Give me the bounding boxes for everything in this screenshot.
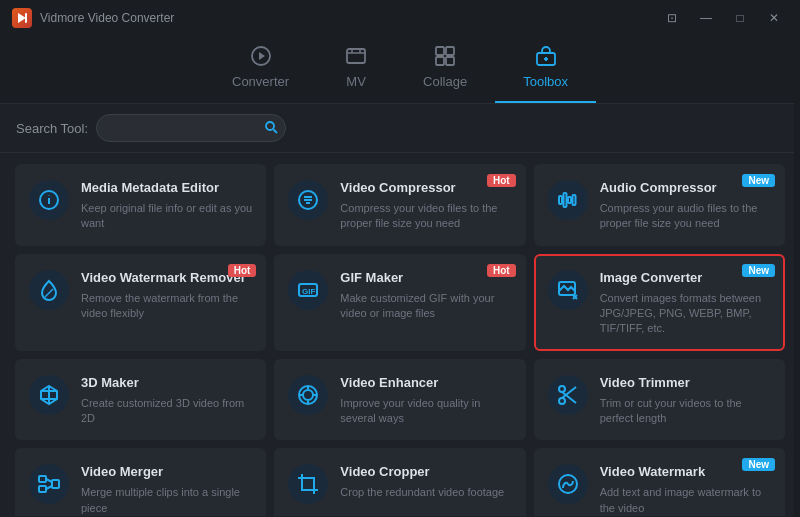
svg-point-16 xyxy=(49,195,50,196)
tools-grid: Media Metadata Editor Keep original file… xyxy=(0,153,800,516)
search-bar: Search Tool: xyxy=(0,104,800,153)
icon-wrap-video-compressor xyxy=(288,180,328,220)
tool-desc-audio-compressor: Compress your audio files to the proper … xyxy=(600,201,771,232)
close-button[interactable]: ✕ xyxy=(760,8,788,28)
tool-card-audio-compressor[interactable]: Audio Compressor Compress your audio fil… xyxy=(534,164,785,246)
svg-marker-0 xyxy=(18,13,26,23)
tool-desc-video-watermark-remover: Remove the watermark from the video flex… xyxy=(81,291,252,322)
icon-wrap-video-watermark-remover xyxy=(29,270,69,310)
svg-rect-21 xyxy=(559,196,562,204)
tool-info-video-compressor: Video Compressor Compress your video fil… xyxy=(340,180,511,232)
tool-card-gif-maker[interactable]: GIF GIF Maker Make customized GIF with y… xyxy=(274,254,525,351)
icon-wrap-audio-compressor xyxy=(548,180,588,220)
tab-mv[interactable]: MV xyxy=(317,37,395,103)
app-title: Vidmore Video Converter xyxy=(40,11,174,25)
tool-desc-image-converter: Convert images formats between JPG/JPEG,… xyxy=(600,291,771,337)
tool-name-video-compressor: Video Compressor xyxy=(340,180,511,197)
tool-desc-gif-maker: Make customized GIF with your video or i… xyxy=(340,291,511,322)
tool-info-video-merger: Video Merger Merge multiple clips into a… xyxy=(81,464,252,516)
icon-wrap-gif-maker: GIF xyxy=(288,270,328,310)
app-icon xyxy=(12,8,32,28)
svg-rect-8 xyxy=(446,57,454,65)
badge-video-watermark: New xyxy=(742,458,775,471)
tab-collage-label: Collage xyxy=(423,74,467,89)
tool-card-video-watermark[interactable]: Video Watermark Add text and image water… xyxy=(534,448,785,516)
search-input[interactable] xyxy=(96,114,286,142)
icon-wrap-video-watermark xyxy=(548,464,588,504)
tool-name-video-trimmer: Video Trimmer xyxy=(600,375,771,392)
svg-point-40 xyxy=(559,398,565,404)
svg-rect-4 xyxy=(347,49,365,63)
icon-wrap-image-converter xyxy=(548,270,588,310)
tool-desc-video-compressor: Compress your video files to the proper … xyxy=(340,201,511,232)
tool-name-media-metadata-editor: Media Metadata Editor xyxy=(81,180,252,197)
icon-wrap-video-trimmer xyxy=(548,375,588,415)
tool-card-media-metadata-editor[interactable]: Media Metadata Editor Keep original file… xyxy=(15,164,266,246)
icon-wrap-video-merger xyxy=(29,464,69,504)
tool-info-video-watermark-remover: Video Watermark Remover Remove the water… xyxy=(81,270,252,322)
icon-wrap-media-metadata-editor xyxy=(29,180,69,220)
tab-converter[interactable]: Converter xyxy=(204,37,317,103)
tool-card-image-converter[interactable]: Image Converter Convert images formats b… xyxy=(534,254,785,351)
badge-audio-compressor: New xyxy=(742,174,775,187)
badge-video-compressor: Hot xyxy=(487,174,516,187)
tool-desc-video-trimmer: Trim or cut your videos to the perfect l… xyxy=(600,396,771,427)
tool-desc-video-cropper: Crop the redundant video footage xyxy=(340,485,511,500)
tool-card-video-cropper[interactable]: Video Cropper Crop the redundant video f… xyxy=(274,448,525,516)
svg-rect-7 xyxy=(436,57,444,65)
tab-converter-label: Converter xyxy=(232,74,289,89)
tool-info-video-enhancer: Video Enhancer Improve your video qualit… xyxy=(340,375,511,427)
converter-icon xyxy=(250,45,272,70)
tool-desc-video-enhancer: Improve your video quality in several wa… xyxy=(340,396,511,427)
minimize-button[interactable]: — xyxy=(692,8,720,28)
tab-toolbox-label: Toolbox xyxy=(523,74,568,89)
svg-rect-6 xyxy=(446,47,454,55)
tool-card-video-merger[interactable]: Video Merger Merge multiple clips into a… xyxy=(15,448,266,516)
svg-rect-5 xyxy=(436,47,444,55)
tool-desc-video-merger: Merge multiple clips into a single piece xyxy=(81,485,252,516)
svg-rect-46 xyxy=(52,480,59,488)
svg-marker-3 xyxy=(259,52,265,60)
tab-mv-label: MV xyxy=(346,74,366,89)
tool-info-media-metadata-editor: Media Metadata Editor Keep original file… xyxy=(81,180,252,232)
collage-icon xyxy=(434,45,456,70)
tool-card-video-compressor[interactable]: Video Compressor Compress your video fil… xyxy=(274,164,525,246)
svg-rect-24 xyxy=(572,195,575,205)
badge-image-converter: New xyxy=(742,264,775,277)
badge-video-watermark-remover: Hot xyxy=(228,264,257,277)
tool-card-video-watermark-remover[interactable]: Video Watermark Remover Remove the water… xyxy=(15,254,266,351)
search-input-wrap xyxy=(96,114,286,142)
maximize-button[interactable]: □ xyxy=(726,8,754,28)
tool-name-video-watermark-remover: Video Watermark Remover xyxy=(81,270,252,287)
tool-name-video-merger: Video Merger xyxy=(81,464,252,481)
title-bar: Vidmore Video Converter ⊡ — □ ✕ xyxy=(0,0,800,36)
icon-wrap-3d-maker xyxy=(29,375,69,415)
tool-info-video-cropper: Video Cropper Crop the redundant video f… xyxy=(340,464,511,500)
tool-desc-media-metadata-editor: Keep original file info or edit as you w… xyxy=(81,201,252,232)
search-label: Search Tool: xyxy=(16,121,88,136)
search-button[interactable] xyxy=(264,120,278,137)
mv-icon xyxy=(345,45,367,70)
resize-handle xyxy=(794,0,800,517)
svg-rect-22 xyxy=(563,193,566,207)
tool-info-3d-maker: 3D Maker Create customized 3D video from… xyxy=(81,375,252,427)
svg-rect-23 xyxy=(568,197,571,203)
toolbox-icon xyxy=(535,45,557,70)
tool-info-audio-compressor: Audio Compressor Compress your audio fil… xyxy=(600,180,771,232)
caption-button[interactable]: ⊡ xyxy=(658,8,686,28)
svg-point-41 xyxy=(559,386,565,392)
tab-toolbox[interactable]: Toolbox xyxy=(495,37,596,103)
tab-collage[interactable]: Collage xyxy=(395,37,495,103)
tool-card-3d-maker[interactable]: 3D Maker Create customized 3D video from… xyxy=(15,359,266,441)
svg-rect-45 xyxy=(39,486,46,492)
tool-card-video-trimmer[interactable]: Video Trimmer Trim or cut your videos to… xyxy=(534,359,785,441)
svg-rect-44 xyxy=(39,476,46,482)
tool-name-video-enhancer: Video Enhancer xyxy=(340,375,511,392)
tool-desc-3d-maker: Create customized 3D video from 2D xyxy=(81,396,252,427)
tool-info-video-watermark: Video Watermark Add text and image water… xyxy=(600,464,771,516)
svg-point-34 xyxy=(303,390,313,400)
tool-name-3d-maker: 3D Maker xyxy=(81,375,252,392)
tool-card-video-enhancer[interactable]: Video Enhancer Improve your video qualit… xyxy=(274,359,525,441)
icon-wrap-video-cropper xyxy=(288,464,328,504)
title-bar-left: Vidmore Video Converter xyxy=(12,8,174,28)
